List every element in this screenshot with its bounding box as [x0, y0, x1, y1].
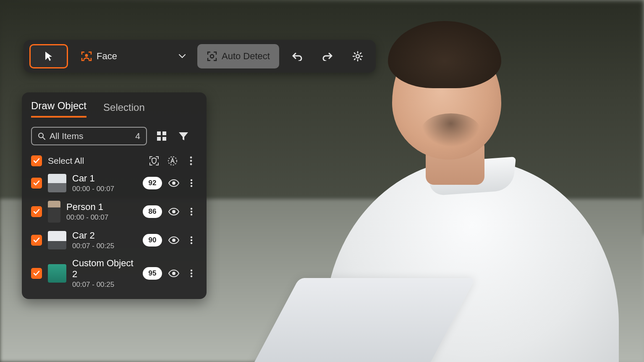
more-vertical-icon: [190, 179, 193, 187]
svg-point-32: [191, 242, 192, 244]
row-thumbnail[interactable]: [48, 174, 66, 192]
confidence-badge: 86: [143, 205, 162, 218]
select-all-checkbox[interactable]: [31, 155, 42, 166]
check-icon: [33, 270, 40, 277]
row-name: Custom Object 2: [72, 258, 137, 280]
svg-point-20: [190, 163, 192, 165]
panel-tabs: Draw Object Selection: [31, 100, 197, 118]
settings-button[interactable]: [346, 44, 370, 68]
visibility-toggle[interactable]: [168, 268, 180, 279]
svg-point-27: [191, 211, 192, 212]
confidence-badge: 92: [143, 177, 162, 189]
tab-selection[interactable]: Selection: [103, 102, 145, 118]
row-checkbox[interactable]: [31, 268, 42, 279]
chevron-down-icon: [179, 54, 186, 58]
row-checkbox[interactable]: [31, 178, 42, 189]
grid-view-button[interactable]: [154, 129, 169, 143]
row-thumbnail[interactable]: [48, 264, 66, 283]
svg-point-34: [191, 270, 192, 271]
auto-detect-label: Auto Detect: [222, 51, 270, 62]
eye-icon: [168, 179, 179, 187]
auto-detect-icon: [207, 51, 217, 62]
more-vertical-icon: [190, 236, 193, 244]
row-more-button[interactable]: [186, 177, 197, 189]
svg-line-9: [360, 53, 361, 54]
svg-point-31: [191, 239, 192, 241]
object-row: Custom Object 2 00:07 - 00:25 95: [31, 258, 197, 289]
detection-mode-dropdown[interactable]: Face: [74, 44, 191, 68]
svg-point-19: [190, 160, 192, 162]
objects-panel: Draw Object Selection All Items 4: [22, 92, 207, 299]
svg-point-26: [191, 208, 192, 210]
more-vertical-icon: [190, 156, 192, 165]
row-timecode: 00:07 - 00:25: [72, 281, 137, 289]
svg-line-8: [360, 59, 361, 60]
svg-point-2: [356, 55, 359, 58]
check-icon: [33, 208, 40, 215]
svg-point-21: [172, 181, 175, 185]
object-row: Car 1 00:00 - 00:07 92: [31, 173, 197, 193]
svg-point-29: [172, 239, 175, 242]
row-name: Person 1: [66, 202, 137, 212]
svg-line-12: [43, 137, 45, 139]
row-timecode: 00:00 - 00:07: [66, 213, 137, 222]
svg-line-7: [354, 53, 355, 54]
svg-rect-14: [162, 131, 166, 135]
auto-label-button[interactable]: [166, 155, 179, 167]
redo-icon: [322, 52, 333, 61]
confidence-badge: 95: [143, 267, 162, 280]
object-row: Person 1 00:00 - 00:07 86: [31, 201, 197, 223]
row-timecode: 00:07 - 00:25: [72, 242, 137, 250]
confidence-badge: 90: [143, 234, 162, 247]
row-timecode: 00:00 - 00:07: [72, 185, 137, 193]
svg-rect-15: [157, 137, 161, 141]
row-thumbnail[interactable]: [48, 201, 60, 223]
svg-point-28: [191, 214, 192, 215]
more-vertical-icon: [190, 207, 193, 216]
row-name: Car 1: [72, 173, 137, 184]
cursor-tool-button[interactable]: [29, 44, 68, 68]
visibility-toggle[interactable]: [168, 234, 180, 246]
row-more-button[interactable]: [186, 234, 197, 246]
undo-icon: [292, 52, 303, 61]
eye-icon: [168, 236, 179, 244]
detection-mode-label: Face: [97, 51, 117, 62]
search-icon: [38, 132, 45, 140]
svg-point-30: [191, 236, 192, 238]
search-box[interactable]: All Items 4: [31, 127, 147, 145]
track-all-button[interactable]: [148, 155, 160, 167]
filter-icon: [178, 131, 189, 141]
list-more-button[interactable]: [185, 155, 197, 167]
undo-button[interactable]: [285, 44, 309, 68]
row-more-button[interactable]: [186, 268, 197, 279]
svg-point-18: [190, 157, 192, 159]
svg-point-24: [191, 185, 192, 187]
svg-point-1: [210, 55, 214, 58]
check-icon: [33, 157, 40, 165]
svg-point-25: [172, 210, 175, 213]
row-checkbox[interactable]: [31, 235, 42, 246]
grid-icon: [156, 131, 167, 142]
check-icon: [33, 236, 40, 244]
auto-detect-button[interactable]: Auto Detect: [197, 44, 279, 68]
check-icon: [33, 179, 40, 187]
svg-point-33: [172, 272, 175, 275]
row-thumbnail[interactable]: [48, 231, 66, 249]
auto-a-icon: [167, 155, 178, 166]
svg-point-0: [85, 54, 88, 57]
row-checkbox[interactable]: [31, 206, 42, 217]
svg-rect-13: [157, 131, 161, 135]
filter-button[interactable]: [176, 129, 191, 143]
object-list: Car 1 00:00 - 00:07 92 Person 1 00:00 - …: [31, 173, 197, 289]
visibility-toggle[interactable]: [168, 177, 180, 189]
eye-icon: [168, 208, 179, 215]
svg-rect-16: [162, 137, 166, 141]
svg-point-22: [191, 179, 192, 181]
visibility-toggle[interactable]: [168, 206, 180, 218]
tab-draw-object[interactable]: Draw Object: [31, 100, 86, 118]
svg-line-10: [354, 59, 355, 60]
top-toolbar: Face Auto Detect: [24, 40, 376, 73]
gear-icon: [352, 51, 363, 62]
redo-button[interactable]: [315, 44, 340, 68]
row-more-button[interactable]: [186, 206, 197, 218]
